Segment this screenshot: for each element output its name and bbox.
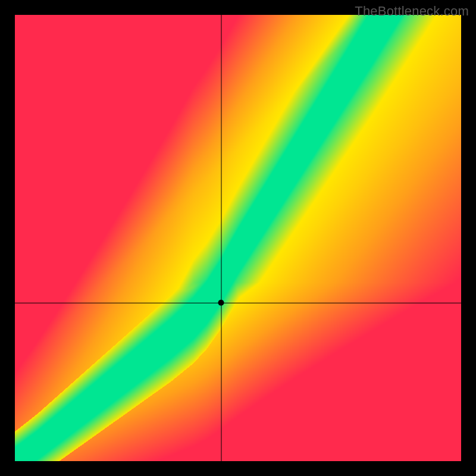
- bottleneck-heatmap: [0, 0, 476, 476]
- watermark-text: TheBottleneck.com: [355, 4, 469, 19]
